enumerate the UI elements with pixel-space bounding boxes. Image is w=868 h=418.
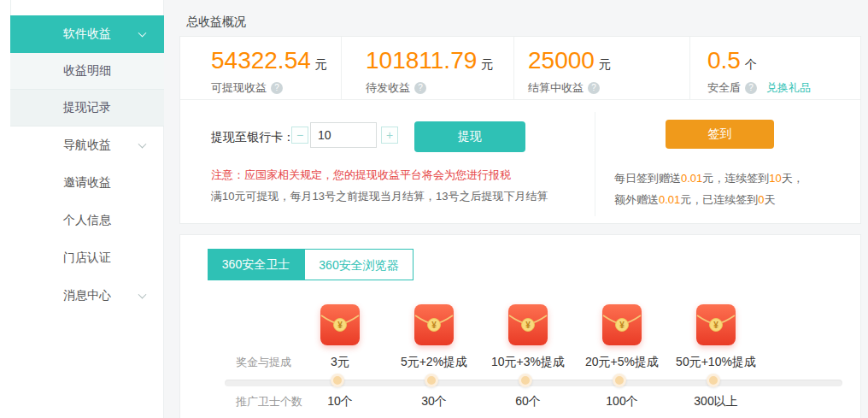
text-part: 额外赠送 [614, 193, 659, 206]
stat-security-shield: 0.5个 安全盾?兑换礼品 [689, 37, 860, 99]
red-envelope-icon: ¥ [508, 304, 548, 345]
sidebar-item-label: 个人信息 [63, 213, 111, 228]
slider-dot [613, 374, 626, 387]
sidebar-item-navigation-earnings[interactable]: 导航收益 [10, 127, 164, 164]
stat-number: 0.5 [707, 47, 741, 74]
help-icon[interactable]: ? [745, 82, 757, 94]
slider-dot [331, 374, 344, 387]
stat-unit: 个 [745, 57, 757, 71]
sidebar-item-label: 软件收益 [63, 26, 111, 42]
tab-360-safe-guard[interactable]: 360安全卫士 [208, 249, 304, 280]
sign-in-button[interactable]: 签到 [666, 120, 774, 149]
sidebar-item-software-earnings[interactable]: 软件收益 [10, 15, 164, 53]
stat-value: 25000元 [528, 48, 689, 77]
earnings-dashboard: 软件收益 收益明细 提现记录 导航收益 邀请收益 个人信息 门店认证 [0, 0, 868, 418]
red-envelope-icon: ¥ [414, 304, 454, 345]
tier-bonus-label: 5元+2%提成 [387, 355, 481, 370]
tax-warning-note: 注意：应国家相关规定，您的提现收益平台将会为您进行报税 [211, 167, 511, 184]
stat-value: 54322.54元 [211, 48, 341, 77]
exchange-gift-link[interactable]: 兑换礼品 [766, 80, 811, 96]
stat-unit: 元 [481, 57, 493, 71]
tier-bonus-label: 3元 [293, 355, 387, 370]
stat-label: 待发收益 [366, 80, 410, 96]
overview-card: 54322.54元 可提现收益? 101811.79元 待发收益? 25000元… [179, 36, 861, 224]
stat-label-row: 待发收益? [366, 80, 513, 96]
red-envelope-icon: ¥ [320, 304, 360, 345]
help-icon[interactable]: ? [271, 82, 283, 94]
main-content: 总收益概况 54322.54元 可提现收益? 101811.79元 待发收益? … [164, 0, 868, 418]
sidebar-item-label: 提现记录 [63, 100, 111, 115]
tier-count-label: 30个 [387, 394, 481, 409]
stat-label-row: 安全盾?兑换礼品 [707, 80, 860, 96]
sidebar-item-label: 消息中心 [63, 288, 111, 303]
highlight-number: 0 [758, 193, 764, 206]
sidebar-item-earnings-detail[interactable]: 收益明细 [10, 53, 164, 90]
page-title: 总收益概况 [186, 15, 246, 30]
stat-number: 54322.54 [211, 47, 311, 74]
withdraw-to-bank-label: 提现至银行卡： [211, 121, 295, 152]
stat-number: 25000 [528, 47, 595, 74]
tier-2: ¥ 5元+2%提成 30个 [387, 304, 481, 415]
tier-bonus-label: 20元+5%提成 [575, 355, 669, 370]
stat-number: 101811.79 [366, 47, 477, 74]
sidebar-item-store-certification[interactable]: 门店认证 [10, 239, 164, 277]
coin-icon: ¥ [333, 318, 347, 332]
tier-count-label: 10个 [293, 394, 387, 409]
help-icon[interactable]: ? [588, 82, 600, 94]
chevron-down-icon [138, 29, 147, 38]
help-icon[interactable]: ? [414, 82, 426, 94]
withdraw-amount-input[interactable] [310, 122, 377, 148]
sidebar-menu: 软件收益 收益明细 提现记录 导航收益 邀请收益 个人信息 门店认证 [0, 15, 164, 315]
slider-dot [425, 374, 438, 387]
stat-withdrawable-earnings: 54322.54元 可提现收益? [180, 37, 341, 99]
tier-4: ¥ 20元+5%提成 100个 [575, 304, 669, 415]
coin-icon: ¥ [615, 318, 629, 332]
highlight-number: 0.01 [681, 172, 702, 185]
promotion-card: 360安全卫士 360安全浏览器 奖金与提成 推广卫士个数 ¥ 3元 10个 ¥… [179, 234, 861, 418]
sidebar-item-label: 门店认证 [63, 250, 111, 266]
slider-dot [519, 374, 532, 387]
tier-bonus-label: 10元+3%提成 [481, 355, 575, 370]
tier-slider-track [225, 380, 842, 386]
withdraw-button[interactable]: 提现 [414, 121, 525, 152]
stat-label: 可提现收益 [211, 80, 267, 96]
text-part: 每日签到赠送 [614, 172, 681, 185]
tier-count-label: 60个 [481, 394, 575, 409]
stat-label: 结算中收益 [528, 80, 584, 96]
sidebar-item-invite-earnings[interactable]: 邀请收益 [10, 164, 164, 202]
sidebar-item-label: 收益明细 [63, 63, 111, 79]
text-part: 天 [765, 193, 776, 206]
text-part: 元，连续签到 [702, 172, 769, 185]
sign-in-info-line2: 额外赠送0.01元，已连续签到0天 [614, 191, 776, 209]
tab-360-safe-browser[interactable]: 360安全浏览器 [304, 249, 413, 280]
tier-count-label: 100个 [575, 394, 669, 409]
stat-unit: 元 [315, 57, 327, 71]
stat-label: 安全盾 [707, 80, 741, 96]
bonus-row-label: 奖金与提成 [236, 355, 291, 370]
section-divider [595, 112, 595, 216]
stat-unit: 元 [599, 57, 611, 71]
tier-count-label: 300以上 [669, 394, 763, 409]
stat-value: 101811.79元 [366, 48, 513, 77]
amount-increase-button[interactable]: + [381, 127, 398, 144]
tier-1: ¥ 3元 10个 [293, 304, 387, 415]
tier-5: ¥ 50元+10%提成 300以上 [669, 304, 763, 415]
sidebar-item-withdraw-records[interactable]: 提现记录 [10, 90, 164, 127]
stat-label-row: 可提现收益? [211, 80, 341, 96]
chevron-down-icon [138, 291, 147, 299]
coin-icon: ¥ [709, 318, 723, 332]
sidebar-item-label: 邀请收益 [63, 175, 111, 191]
highlight-number: 10 [769, 172, 781, 185]
text-part: 元，已连续签到 [680, 193, 758, 206]
amount-decrease-button[interactable]: − [291, 127, 308, 144]
stat-value: 0.5个 [707, 48, 860, 77]
sidebar-item-personal-info[interactable]: 个人信息 [10, 202, 164, 239]
withdraw-rules-note: 满10元可提现，每月13号之前提现当月结算，13号之后提现下月结算 [211, 188, 548, 205]
highlight-number: 0.01 [659, 193, 680, 206]
sidebar-item-label: 导航收益 [63, 138, 111, 153]
sidebar-item-message-center[interactable]: 消息中心 [10, 277, 164, 315]
slider-dot [707, 374, 720, 387]
stat-pending-earnings: 101811.79元 待发收益? [341, 37, 513, 99]
tier-bonus-label: 50元+10%提成 [669, 355, 763, 370]
sign-in-info-line1: 每日签到赠送0.01元，连续签到10天， [614, 170, 804, 187]
